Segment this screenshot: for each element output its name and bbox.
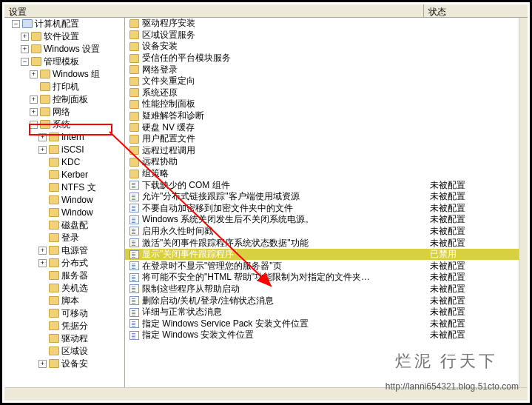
expand-toggle-icon[interactable]: + [38,259,47,267]
tree-node[interactable]: 脚本 [4,295,124,307]
list-item[interactable]: 限制这些程序从帮助启动未被配置 [125,284,519,295]
folder-icon [49,170,59,179]
list-item[interactable]: 区域设置服务 [125,30,519,41]
tree-node[interactable]: 登录 [4,232,124,244]
tree-node-label: 网络 [53,106,70,118]
list-item[interactable]: 指定 Windows Service Pack 安装文件位置未被配置 [125,318,519,329]
tree-node[interactable]: −计算机配置 [4,18,124,30]
tree-node[interactable]: KDC [4,156,124,168]
tree-node-label: 区域设 [61,345,88,358]
collapse-toggle-icon[interactable]: − [30,121,38,129]
list-item-label: 详细与正常状态消息 [142,306,430,318]
list-item[interactable]: 疑难解答和诊断 [125,110,519,122]
settings-header[interactable]: 设置 [4,4,424,17]
tree-node[interactable]: 凭据分 [4,320,124,332]
tree-spacer [38,309,47,318]
collapse-toggle-icon[interactable]: − [12,20,20,28]
list-item[interactable]: Windows 系统关闭发生后不关闭系统电源。未被配置 [125,214,519,226]
tree-node[interactable]: +Windows 设置 [4,43,124,55]
expand-toggle-icon[interactable]: + [38,133,47,141]
list-item[interactable]: 系统还原 [125,87,519,99]
list-item[interactable]: 硬盘 NV 缓存 [125,121,519,133]
policy-icon [129,284,139,293]
tree-node[interactable]: Window [4,194,124,206]
expand-toggle-icon[interactable]: + [38,146,47,154]
list-item-state: 未被配置 [430,213,519,226]
tree-node[interactable]: 打印机 [4,81,124,93]
expand-toggle-icon[interactable]: + [38,247,47,255]
tree-node[interactable]: +Intern [4,131,124,143]
tree-node[interactable]: 服务器 [4,270,124,281]
window-frame: 本地计算机 策略 设置 状态 −计算机配置+软件设置+Windows 设置−管理… [0,0,532,405]
tree-pane[interactable]: −计算机配置+软件设置+Windows 设置−管理模板+Windows 组打印机… [4,18,125,387]
expand-toggle-icon[interactable]: + [21,33,29,41]
list-item[interactable]: 允许"分布式链接跟踪"客户端使用域资源未被配置 [125,191,519,203]
list-item[interactable]: 下载缺少的 COM 组件未被配置 [125,179,519,191]
list-item[interactable]: 显示"关闭事件跟踪程序"已禁用 [125,249,519,261]
tree-node-label: 服务器 [61,270,88,282]
list-item[interactable]: 驱动程序安装 [125,18,519,30]
tree-node[interactable]: +电源管 [4,244,124,256]
tree-node[interactable]: 区域设 [4,345,124,357]
tree-node-label: 计算机配置 [35,18,79,30]
tree-node-label: KDC [61,157,80,167]
tree-node[interactable]: 关机选 [4,282,124,294]
tree-node[interactable]: +分布式 [4,257,124,269]
list-item[interactable]: 受信任的平台模块服务 [125,53,519,64]
vertical-scrollbar[interactable] [519,18,528,387]
tree-node[interactable]: +软件设置 [4,30,124,42]
list-item[interactable]: 启用永久性时间戳未被配置 [125,226,519,238]
tree-node[interactable]: −管理模板 [4,56,124,67]
tree-node[interactable]: 驱动程 [4,332,124,344]
folder-icon [49,195,59,204]
folder-icon [40,70,50,78]
list-item[interactable]: 激活"关闭事件跟踪程序系统状态数据"功能未被配置 [125,237,519,249]
list-item[interactable]: 文件夹重定向 [125,76,519,87]
policy-icon [129,250,139,259]
tree-spacer [38,284,47,292]
list-item[interactable]: 删除启动/关机/登录/注销状态消息未被配置 [125,295,519,307]
list-item[interactable]: 远程协助 [125,156,519,168]
tree-spacer [38,234,47,242]
tree-node[interactable]: 可移动 [4,307,124,319]
policy-icon [129,215,139,224]
state-header[interactable]: 状态 [424,4,528,17]
list-item[interactable]: 详细与正常状态消息未被配置 [125,307,519,318]
tree-node[interactable]: NTFS 文 [4,181,124,193]
folder-icon [49,309,59,318]
expand-toggle-icon[interactable]: + [30,96,38,104]
list-item-state: 未被配置 [430,295,519,307]
tree-node[interactable]: Kerber [4,169,124,181]
tree-node[interactable]: +Windows 组 [4,68,124,80]
tree-node[interactable]: 磁盘配 [4,219,124,231]
list-item[interactable]: 组策略 [125,168,519,180]
tree-node[interactable]: Window [4,207,124,218]
list-item[interactable]: 在登录时不显示"管理您的服务器"页未被配置 [125,260,519,272]
tree-node[interactable]: +设备安 [4,358,124,369]
tree-node[interactable]: +iSCSI [4,144,124,155]
tree-node[interactable]: +控制面板 [4,93,124,105]
collapse-toggle-icon[interactable]: − [21,58,29,66]
list-item-state: 未被配置 [430,306,519,318]
tree-node[interactable]: +网络 [4,106,124,118]
list-pane[interactable]: 驱动程序安装区域设置服务设备安装受信任的平台模块服务网络登录文件夹重定向系统还原… [125,18,519,387]
list-item[interactable]: 将可能不安全的"HTML 帮助"功能限制为对指定的文件夹…未被配置 [125,272,519,284]
list-item[interactable]: 用户配置文件 [125,133,519,145]
expand-toggle-icon[interactable]: + [30,70,38,78]
expand-toggle-icon[interactable]: + [38,360,47,368]
list-item[interactable]: 网络登录 [125,64,519,76]
list-item[interactable]: 不要自动加密移到加密文件夹中的文件未被配置 [125,203,519,215]
list-item[interactable]: 设备安装 [125,41,519,53]
expand-toggle-icon[interactable]: + [21,45,29,53]
list-item[interactable]: 指定 Windows 安装文件位置未被配置 [125,329,519,341]
tree-node-label: 系统 [53,118,70,131]
list-item[interactable]: 性能控制面板 [125,98,519,110]
horizontal-scrollbar[interactable] [4,387,528,401]
policy-icon [129,319,139,328]
tree-node-label: 关机选 [61,282,88,295]
expand-toggle-icon[interactable]: + [30,108,38,116]
tree-node[interactable]: −系统 [4,118,124,130]
list-item[interactable]: 远程过程调用 [125,145,519,157]
tree-node-label: Windows 设置 [44,43,100,56]
tree-node-label: 管理模板 [44,56,79,68]
